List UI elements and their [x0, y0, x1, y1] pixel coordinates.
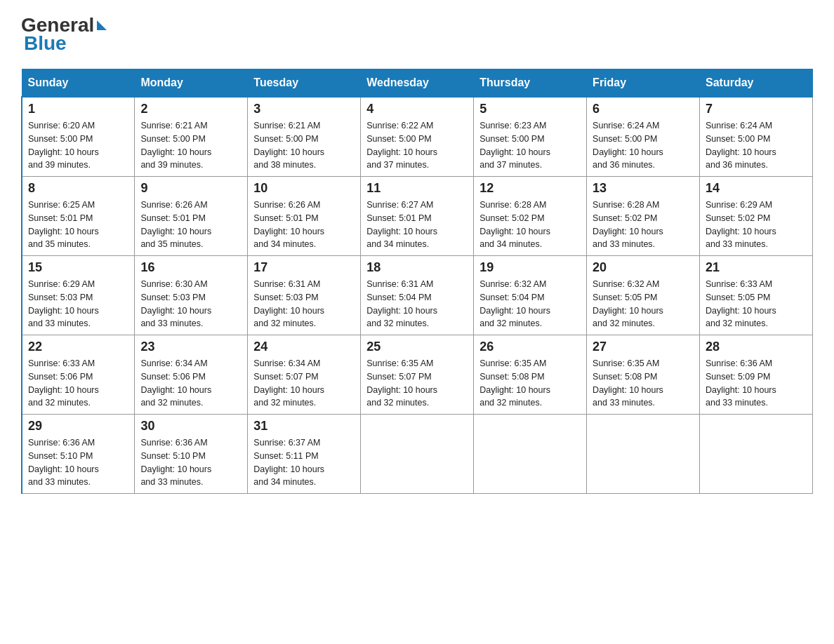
day-number: 21 [706, 260, 807, 275]
day-number: 16 [140, 260, 241, 275]
calendar-week-row: 8 Sunrise: 6:25 AMSunset: 5:01 PMDayligh… [22, 177, 813, 256]
calendar-day-cell: 16 Sunrise: 6:30 AMSunset: 5:03 PMDaylig… [135, 256, 248, 335]
day-number: 8 [28, 181, 128, 196]
day-number: 31 [253, 419, 355, 434]
calendar-day-cell: 1 Sunrise: 6:20 AMSunset: 5:00 PMDayligh… [22, 97, 135, 177]
day-info: Sunrise: 6:27 AMSunset: 5:01 PMDaylight:… [366, 200, 437, 249]
day-info: Sunrise: 6:36 AMSunset: 5:09 PMDaylight:… [706, 358, 776, 408]
logo-blue-text: Blue [21, 32, 67, 55]
calendar-day-cell: 19 Sunrise: 6:32 AMSunset: 5:04 PMDaylig… [474, 256, 587, 335]
day-info: Sunrise: 6:29 AMSunset: 5:03 PMDaylight:… [28, 279, 99, 328]
day-number: 20 [593, 260, 694, 275]
calendar-day-cell: 25 Sunrise: 6:35 AMSunset: 5:07 PMDaylig… [361, 335, 474, 415]
day-info: Sunrise: 6:28 AMSunset: 5:02 PMDaylight:… [593, 200, 663, 249]
calendar-day-cell: 4 Sunrise: 6:22 AMSunset: 5:00 PMDayligh… [361, 97, 474, 177]
day-info: Sunrise: 6:35 AMSunset: 5:07 PMDaylight:… [366, 358, 437, 408]
calendar-day-cell [587, 415, 700, 494]
day-number: 10 [253, 181, 355, 196]
day-info: Sunrise: 6:24 AMSunset: 5:00 PMDaylight:… [706, 121, 776, 170]
calendar-day-cell: 2 Sunrise: 6:21 AMSunset: 5:00 PMDayligh… [135, 97, 248, 177]
day-info: Sunrise: 6:23 AMSunset: 5:00 PMDaylight:… [479, 121, 550, 170]
day-number: 12 [479, 181, 581, 196]
calendar-day-cell: 26 Sunrise: 6:35 AMSunset: 5:08 PMDaylig… [474, 335, 587, 415]
page-header: General Blue [21, 14, 813, 55]
calendar-day-cell: 10 Sunrise: 6:26 AMSunset: 5:01 PMDaylig… [248, 177, 361, 256]
day-info: Sunrise: 6:35 AMSunset: 5:08 PMDaylight:… [479, 358, 550, 408]
day-number: 18 [366, 260, 468, 275]
calendar-day-cell: 23 Sunrise: 6:34 AMSunset: 5:06 PMDaylig… [135, 335, 248, 415]
header-sunday: Sunday [22, 69, 135, 98]
day-info: Sunrise: 6:31 AMSunset: 5:04 PMDaylight:… [366, 279, 437, 328]
day-number: 3 [253, 102, 355, 116]
calendar-day-cell: 13 Sunrise: 6:28 AMSunset: 5:02 PMDaylig… [587, 177, 700, 256]
day-number: 13 [593, 181, 694, 196]
day-info: Sunrise: 6:36 AMSunset: 5:10 PMDaylight:… [28, 438, 99, 487]
calendar-week-row: 29 Sunrise: 6:36 AMSunset: 5:10 PMDaylig… [22, 415, 813, 494]
day-info: Sunrise: 6:33 AMSunset: 5:06 PMDaylight:… [28, 358, 99, 408]
day-number: 27 [593, 340, 694, 354]
calendar-day-cell: 28 Sunrise: 6:36 AMSunset: 5:09 PMDaylig… [700, 335, 813, 415]
day-number: 29 [28, 419, 128, 434]
day-info: Sunrise: 6:37 AMSunset: 5:11 PMDaylight:… [253, 438, 324, 487]
day-number: 26 [479, 340, 581, 354]
calendar-day-cell [700, 415, 813, 494]
day-number: 6 [593, 102, 694, 116]
logo: General Blue [21, 14, 107, 55]
calendar-week-row: 15 Sunrise: 6:29 AMSunset: 5:03 PMDaylig… [22, 256, 813, 335]
day-info: Sunrise: 6:28 AMSunset: 5:02 PMDaylight:… [479, 200, 550, 249]
day-number: 9 [140, 181, 241, 196]
calendar-day-cell: 24 Sunrise: 6:34 AMSunset: 5:07 PMDaylig… [248, 335, 361, 415]
day-number: 17 [253, 260, 355, 275]
day-info: Sunrise: 6:34 AMSunset: 5:06 PMDaylight:… [140, 358, 211, 408]
calendar-day-cell: 3 Sunrise: 6:21 AMSunset: 5:00 PMDayligh… [248, 97, 361, 177]
header-saturday: Saturday [700, 69, 813, 98]
day-number: 2 [140, 102, 241, 116]
day-number: 14 [706, 181, 807, 196]
day-number: 4 [366, 102, 468, 116]
day-info: Sunrise: 6:20 AMSunset: 5:00 PMDaylight:… [28, 121, 99, 170]
day-info: Sunrise: 6:21 AMSunset: 5:00 PMDaylight:… [253, 121, 324, 170]
day-info: Sunrise: 6:32 AMSunset: 5:04 PMDaylight:… [479, 279, 550, 328]
calendar-day-cell: 27 Sunrise: 6:35 AMSunset: 5:08 PMDaylig… [587, 335, 700, 415]
calendar-day-cell: 22 Sunrise: 6:33 AMSunset: 5:06 PMDaylig… [22, 335, 135, 415]
day-number: 30 [140, 419, 241, 434]
calendar-day-cell: 6 Sunrise: 6:24 AMSunset: 5:00 PMDayligh… [587, 97, 700, 177]
day-info: Sunrise: 6:26 AMSunset: 5:01 PMDaylight:… [253, 200, 324, 249]
day-info: Sunrise: 6:22 AMSunset: 5:00 PMDaylight:… [366, 121, 437, 170]
calendar-week-row: 22 Sunrise: 6:33 AMSunset: 5:06 PMDaylig… [22, 335, 813, 415]
calendar-week-row: 1 Sunrise: 6:20 AMSunset: 5:00 PMDayligh… [22, 97, 813, 177]
day-info: Sunrise: 6:33 AMSunset: 5:05 PMDaylight:… [706, 279, 776, 328]
calendar-day-cell: 9 Sunrise: 6:26 AMSunset: 5:01 PMDayligh… [135, 177, 248, 256]
calendar-day-cell: 7 Sunrise: 6:24 AMSunset: 5:00 PMDayligh… [700, 97, 813, 177]
calendar-day-cell: 21 Sunrise: 6:33 AMSunset: 5:05 PMDaylig… [700, 256, 813, 335]
calendar-day-cell: 15 Sunrise: 6:29 AMSunset: 5:03 PMDaylig… [22, 256, 135, 335]
header-tuesday: Tuesday [248, 69, 361, 98]
day-info: Sunrise: 6:29 AMSunset: 5:02 PMDaylight:… [706, 200, 776, 249]
header-friday: Friday [587, 69, 700, 98]
calendar-day-cell: 30 Sunrise: 6:36 AMSunset: 5:10 PMDaylig… [135, 415, 248, 494]
day-number: 25 [366, 340, 468, 354]
day-number: 7 [706, 102, 807, 116]
day-number: 22 [28, 340, 128, 354]
calendar-day-cell: 31 Sunrise: 6:37 AMSunset: 5:11 PMDaylig… [248, 415, 361, 494]
day-info: Sunrise: 6:24 AMSunset: 5:00 PMDaylight:… [593, 121, 663, 170]
day-number: 19 [479, 260, 581, 275]
day-number: 11 [366, 181, 468, 196]
calendar-day-cell: 8 Sunrise: 6:25 AMSunset: 5:01 PMDayligh… [22, 177, 135, 256]
calendar-day-cell: 12 Sunrise: 6:28 AMSunset: 5:02 PMDaylig… [474, 177, 587, 256]
header-thursday: Thursday [474, 69, 587, 98]
header-monday: Monday [135, 69, 248, 98]
day-number: 1 [28, 102, 128, 116]
day-number: 28 [706, 340, 807, 354]
logo-arrow-icon [97, 20, 107, 30]
day-number: 15 [28, 260, 128, 275]
calendar-day-cell: 11 Sunrise: 6:27 AMSunset: 5:01 PMDaylig… [361, 177, 474, 256]
day-number: 5 [479, 102, 581, 116]
day-info: Sunrise: 6:31 AMSunset: 5:03 PMDaylight:… [253, 279, 324, 328]
day-number: 23 [140, 340, 241, 354]
calendar-day-cell [361, 415, 474, 494]
day-info: Sunrise: 6:30 AMSunset: 5:03 PMDaylight:… [140, 279, 211, 328]
calendar-day-cell [474, 415, 587, 494]
day-info: Sunrise: 6:21 AMSunset: 5:00 PMDaylight:… [140, 121, 211, 170]
day-info: Sunrise: 6:35 AMSunset: 5:08 PMDaylight:… [593, 358, 663, 408]
